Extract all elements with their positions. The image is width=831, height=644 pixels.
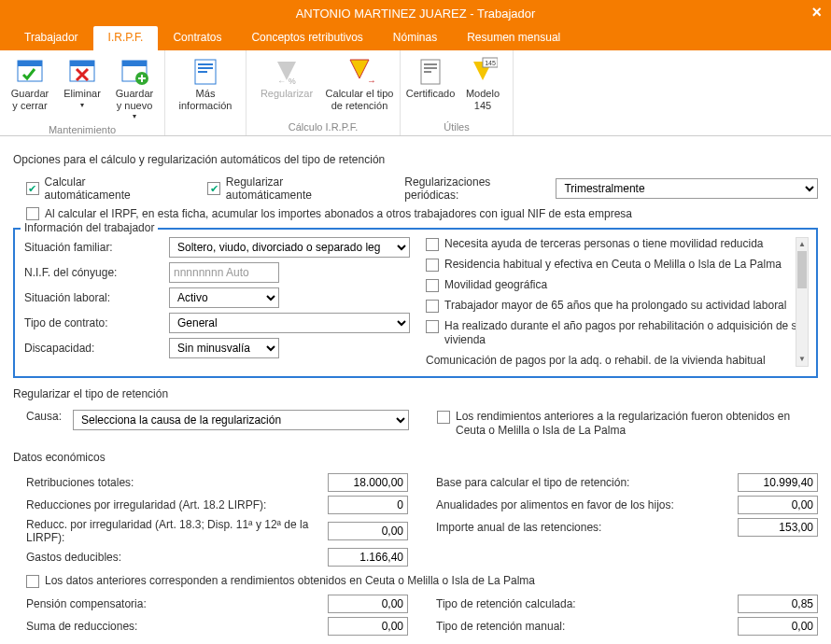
close-icon[interactable]: ×: [811, 3, 822, 22]
check-mayor65[interactable]: [426, 300, 439, 313]
acumular-checkbox[interactable]: [26, 207, 39, 220]
regularize-button[interactable]: ← % Regularizar: [250, 54, 323, 113]
anual-alim-input[interactable]: [738, 496, 818, 514]
importe-ret-label: Importe anual de las retenciones:: [436, 521, 738, 534]
svg-text:→%: →%: [367, 76, 374, 86]
base-label: Base para calcular el tipo de retención:: [436, 476, 738, 489]
chevron-down-icon: ▾: [80, 101, 84, 109]
nif-conyuge-input[interactable]: [169, 262, 279, 283]
tipo-calc-input[interactable]: [738, 595, 818, 613]
retrib-input[interactable]: [328, 473, 408, 492]
check-residencia[interactable]: [426, 259, 439, 272]
anual-alim-label: Anualidades por alimentos en favor de lo…: [436, 498, 738, 511]
tipo-contrato-select[interactable]: General: [169, 313, 410, 333]
svg-rect-3: [70, 61, 94, 66]
tab-resumen[interactable]: Resumen mensual: [452, 26, 575, 50]
ribbon: Guardar y cerrar Eliminar ▾ Guardar y nu…: [0, 50, 831, 136]
reg-auto-checkbox[interactable]: [207, 182, 220, 195]
svg-rect-15: [424, 67, 437, 69]
section-options-title: Opciones para el cálculo y regularizació…: [13, 153, 818, 166]
svg-text:145: 145: [485, 60, 496, 66]
reg-period-select[interactable]: Trimestralmente: [556, 178, 818, 199]
svg-rect-10: [198, 71, 207, 73]
gastos-label: Gastos deducibles:: [26, 551, 328, 564]
tipo-calc-label: Tipo de retención calculada:: [436, 597, 738, 610]
check-movilidad[interactable]: [426, 279, 439, 292]
svg-rect-14: [424, 63, 437, 65]
save-close-icon: [15, 56, 45, 86]
sit-lab-select[interactable]: Activo: [169, 287, 279, 308]
tab-irpf[interactable]: I.R.P.F.: [93, 26, 159, 50]
tabs: Trabajador I.R.P.F. Contratos Conceptos …: [0, 26, 831, 50]
save-close-button[interactable]: Guardar y cerrar: [4, 54, 56, 113]
retrib-label: Retribuciones totales:: [26, 476, 328, 489]
discapacidad-label: Discapacidad:: [24, 342, 169, 355]
model-145-button[interactable]: 145 Modelo 145: [457, 54, 509, 113]
causa-label: Causa:: [26, 410, 73, 423]
sit-lab-label: Situación laboral:: [24, 291, 169, 304]
calc-auto-label: Calcular automáticamente: [45, 175, 171, 202]
pension-label: Pensión compensatoria:: [26, 597, 328, 610]
reg-period-label: Regularizaciones periódicas:: [404, 175, 542, 202]
ribbon-group-label: Mantenimiento: [0, 122, 164, 138]
calc-retention-button[interactable]: →% Calcular el tipo de retención: [323, 54, 396, 113]
sit-fam-select[interactable]: Soltero, viudo, divorciado o separado le…: [169, 237, 410, 258]
sit-fam-label: Situación familiar:: [24, 241, 169, 254]
gastos-input[interactable]: [328, 548, 408, 567]
certificate-button[interactable]: Certificado: [404, 54, 457, 113]
svg-rect-5: [122, 61, 147, 66]
pension-input[interactable]: [328, 595, 408, 613]
reg-auto-label: Regularizar automáticamente: [226, 175, 367, 202]
check-terceras[interactable]: [426, 238, 439, 251]
check-ceuta-rendimientos[interactable]: [437, 411, 450, 424]
importe-ret-input[interactable]: [738, 518, 818, 537]
econ-title: Datos económicos: [13, 451, 818, 464]
vivienda-footer-label: Comunicación de pagos por la adq. o reha…: [426, 354, 807, 367]
tab-trabajador[interactable]: Trabajador: [9, 26, 93, 50]
regularize-icon: ← %: [272, 56, 302, 86]
save-new-button[interactable]: Guardar y nuevo ▾: [108, 54, 161, 122]
suma-red-input[interactable]: [328, 617, 408, 636]
delete-button[interactable]: Eliminar ▾: [56, 54, 108, 111]
ribbon-group-label: Útiles: [401, 119, 513, 135]
nif-conyuge-label: N.I.F. del cónyuge:: [24, 266, 169, 279]
tab-contratos[interactable]: Contratos: [158, 26, 236, 50]
svg-rect-16: [424, 71, 431, 73]
scroll-up-icon[interactable]: ▲: [796, 238, 808, 251]
ribbon-group-label: Cálculo I.R.P.F.: [246, 119, 400, 135]
check-datos-ceuta[interactable]: [26, 575, 39, 588]
svg-rect-8: [198, 63, 213, 65]
tab-nominas[interactable]: Nóminas: [378, 26, 452, 50]
suma-red-label: Suma de reducciones:: [26, 620, 328, 633]
worker-info-group: Situación familiar: Soltero, viudo, divo…: [13, 228, 818, 378]
delete-icon: [67, 56, 97, 86]
reduc182-label: Reducciones por irregularidad (Art. 18.2…: [26, 498, 328, 511]
check-pagos-vivienda[interactable]: [426, 320, 439, 333]
info-icon: [190, 56, 220, 86]
svg-rect-1: [18, 61, 42, 66]
tipo-contrato-label: Tipo de contrato:: [24, 316, 169, 329]
tipo-manual-label: Tipo de retención manual:: [436, 620, 738, 633]
reduc183-input[interactable]: [328, 522, 408, 540]
titlebar: ANTONIO MARTINEZ JUAREZ - Trabajador ×: [0, 0, 831, 26]
svg-text:← %: ← %: [277, 77, 296, 86]
scroll-thumb[interactable]: [797, 251, 807, 288]
chevron-down-icon: ▾: [133, 112, 136, 120]
reduc183-label: Reducc. por irregularidad (Art. 18.3; Di…: [26, 518, 328, 544]
regularize-title: Regularizar el tipo de retención: [13, 387, 818, 400]
save-new-icon: [120, 56, 149, 86]
tab-conceptos[interactable]: Conceptos retributivos: [236, 26, 377, 50]
base-input[interactable]: [738, 473, 818, 492]
more-info-button[interactable]: Más información: [169, 54, 242, 113]
calc-auto-checkbox[interactable]: [26, 182, 39, 195]
tipo-manual-input[interactable]: [738, 617, 818, 636]
scrollbar[interactable]: ▲ ▼: [796, 237, 809, 367]
calc-retention-icon: →%: [345, 56, 374, 86]
acumular-label: Al calcular el IRPF, en esta ficha, acum…: [45, 207, 632, 220]
scroll-down-icon[interactable]: ▼: [796, 353, 808, 366]
window-title: ANTONIO MARTINEZ JUAREZ - Trabajador: [296, 7, 536, 21]
certificate-icon: [416, 56, 445, 86]
reduc182-input[interactable]: [328, 496, 408, 514]
discapacidad-select[interactable]: Sin minusvalía: [169, 338, 279, 358]
causa-select[interactable]: Selecciona la causa de la regularización: [73, 410, 409, 430]
